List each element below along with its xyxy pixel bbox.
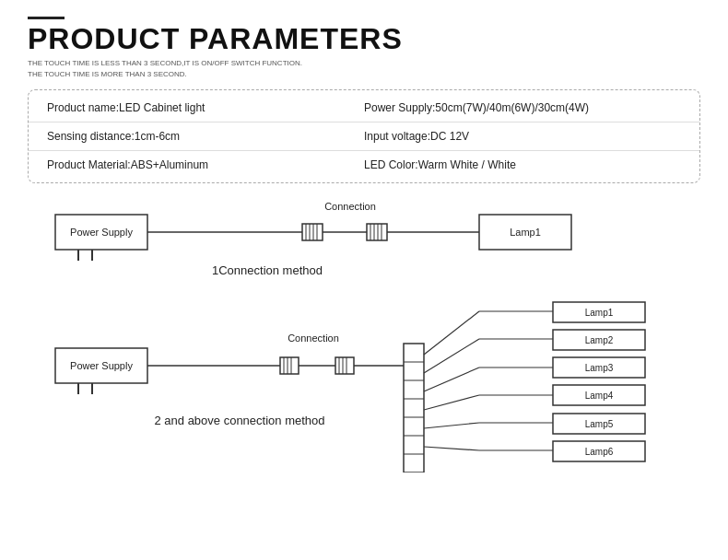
svg-rect-27 bbox=[280, 357, 299, 374]
svg-text:Lamp5: Lamp5 bbox=[585, 419, 614, 429]
svg-text:Connection: Connection bbox=[288, 332, 339, 344]
diagram1: Connection Power Supply bbox=[28, 196, 700, 288]
svg-text:Power Supply: Power Supply bbox=[70, 360, 133, 371]
svg-rect-37 bbox=[404, 344, 424, 472]
svg-line-48 bbox=[424, 339, 479, 373]
svg-text:Lamp2: Lamp2 bbox=[585, 335, 614, 345]
title-bar bbox=[28, 17, 65, 19]
params-row-3: Product Material:ABS+Aluminum LED Color:… bbox=[29, 151, 699, 179]
params-cell-material: Product Material:ABS+Aluminum bbox=[47, 158, 364, 171]
params-row-1: Product name:LED Cabinet light Power Sup… bbox=[29, 94, 699, 122]
svg-text:Lamp3: Lamp3 bbox=[585, 363, 614, 373]
params-cell-color: LED Color:Warm White / White bbox=[364, 158, 681, 171]
params-cell-power: Power Supply:50cm(7W)/40m(6W)/30cm(4W) bbox=[364, 101, 681, 114]
svg-text:Connection: Connection bbox=[324, 201, 376, 212]
params-cell-name: Product name:LED Cabinet light bbox=[47, 101, 364, 114]
diagrams-area: Connection Power Supply bbox=[28, 196, 700, 472]
svg-rect-6 bbox=[302, 224, 323, 240]
svg-line-60 bbox=[424, 423, 479, 428]
svg-text:Lamp4: Lamp4 bbox=[585, 391, 614, 401]
svg-text:Power Supply: Power Supply bbox=[70, 227, 133, 238]
page-title: PRODUCT PARAMETERS bbox=[28, 23, 700, 55]
svg-text:1Connection method: 1Connection method bbox=[212, 263, 323, 277]
params-cell-sensing: Sensing distance:1cm-6cm bbox=[47, 130, 364, 143]
svg-line-64 bbox=[424, 447, 479, 450]
svg-line-56 bbox=[424, 395, 479, 410]
svg-line-44 bbox=[424, 311, 479, 355]
svg-text:2 and above connection method: 2 and above connection method bbox=[154, 414, 324, 427]
diagram2: Connection Power Supply bbox=[28, 288, 700, 472]
params-row-2: Sensing distance:1cm-6cm Input voltage:D… bbox=[29, 122, 699, 151]
svg-text:Lamp6: Lamp6 bbox=[585, 447, 614, 457]
svg-line-52 bbox=[424, 368, 479, 391]
svg-text:Lamp1: Lamp1 bbox=[585, 308, 614, 318]
svg-text:Lamp1: Lamp1 bbox=[510, 227, 541, 238]
params-cell-voltage: Input voltage:DC 12V bbox=[364, 130, 681, 143]
svg-rect-12 bbox=[367, 224, 387, 240]
svg-rect-32 bbox=[335, 357, 354, 374]
params-box: Product name:LED Cabinet light Power Sup… bbox=[28, 89, 700, 183]
subtitle: THE TOUCH TIME IS LESS THAN 3 SECOND,IT … bbox=[28, 58, 700, 80]
